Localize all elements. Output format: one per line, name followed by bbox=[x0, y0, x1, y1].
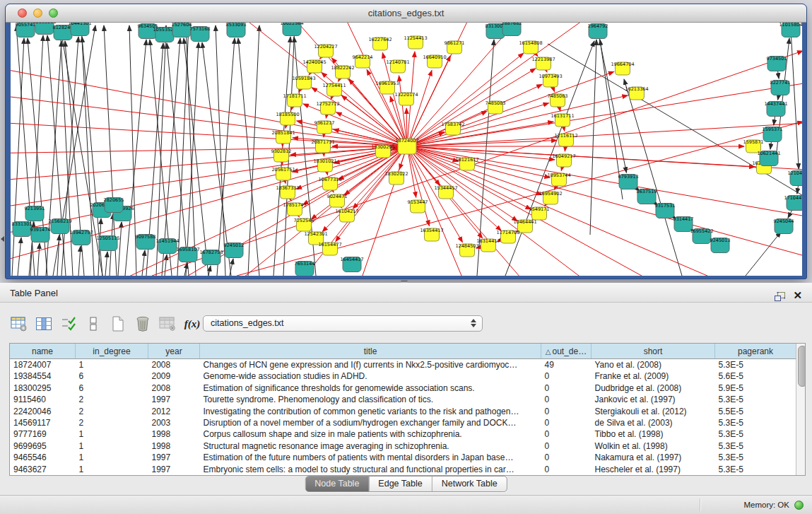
table-row[interactable]: 1938455462009Genome-wide association stu… bbox=[10, 370, 796, 382]
graph-node[interactable]: 9055741 bbox=[16, 23, 36, 37]
network-canvas[interactable]: 9055741105352618128246104413019634505105… bbox=[11, 23, 802, 276]
table-row[interactable]: 1872400712008Changes of HCN gene express… bbox=[10, 359, 796, 371]
row-height-icon[interactable] bbox=[85, 315, 102, 332]
table-scrollbar[interactable] bbox=[796, 344, 806, 475]
graph-node[interactable]: 1964792 bbox=[588, 23, 608, 39]
memory-status-icon[interactable] bbox=[794, 501, 804, 510]
graph-node[interactable]: 12752712 bbox=[316, 101, 339, 115]
graph-node[interactable]: 16454417 bbox=[340, 257, 363, 272]
graph-node[interactable]: 7653144 bbox=[295, 261, 315, 276]
splitter-handle[interactable] bbox=[401, 280, 408, 282]
graph-node[interactable]: 9024471 bbox=[327, 194, 348, 207]
graph-node[interactable]: 16954902 bbox=[539, 191, 562, 204]
function-builder-icon[interactable]: f(x) bbox=[184, 315, 201, 332]
graph-node[interactable]: 7485063 bbox=[548, 93, 568, 107]
scrollbar-thumb[interactable] bbox=[798, 346, 806, 387]
minimize-button[interactable] bbox=[33, 8, 42, 18]
graph-node[interactable]: 9642214 bbox=[353, 54, 373, 68]
table-row[interactable]: 946554611997Estimation of the future num… bbox=[10, 452, 796, 463]
graph-node[interactable]: 20851841 bbox=[271, 130, 295, 144]
graph-node[interactable]: 9097588 bbox=[136, 234, 156, 250]
graph-node[interactable]: 9549171 bbox=[529, 206, 550, 220]
graph-node[interactable]: 9153447 bbox=[408, 199, 428, 213]
graph-node[interactable]: 9734501 bbox=[767, 56, 787, 71]
graph-node[interactable]: 18724007 bbox=[395, 138, 418, 154]
graph-node[interactable]: 9861271 bbox=[445, 40, 465, 54]
graph-node[interactable]: 18301021 bbox=[313, 158, 336, 172]
table-select-dropdown[interactable]: citations_edges.txt bbox=[203, 315, 483, 332]
table-row[interactable]: 1830029562008Estimation of significance … bbox=[10, 382, 796, 394]
graph-node[interactable]: 12116112 bbox=[554, 133, 577, 146]
graph-node[interactable]: 2887682 bbox=[502, 23, 522, 36]
graph-node[interactable]: 20871731 bbox=[311, 139, 334, 153]
graph-node[interactable]: 13942757 bbox=[69, 230, 93, 245]
graph-node[interactable]: 16154477 bbox=[318, 242, 341, 255]
graph-node[interactable]: 10022564 bbox=[280, 23, 303, 36]
tab-node-table[interactable]: Node Table bbox=[305, 477, 369, 491]
graph-node[interactable]: 8533093 bbox=[226, 23, 247, 37]
graph-node[interactable]: 10441301 bbox=[68, 23, 91, 36]
column-header-name[interactable]: name bbox=[10, 344, 76, 359]
table-options-icon[interactable] bbox=[11, 315, 28, 332]
graph-node[interactable]: 9361217 bbox=[314, 120, 335, 134]
column-header-out_de[interactable]: △out_de… bbox=[541, 344, 592, 359]
delete-icon[interactable] bbox=[134, 315, 151, 332]
graph-node[interactable]: 11015804 bbox=[779, 23, 802, 37]
table-row[interactable]: 2242004622012Investigating the contribut… bbox=[10, 406, 796, 417]
graph-node[interactable]: 2820655 bbox=[104, 197, 124, 213]
graph-node[interactable]: 11254413 bbox=[404, 35, 427, 49]
graph-node[interactable]: 7252546 bbox=[294, 218, 314, 231]
graph-node[interactable]: 12754411 bbox=[322, 83, 346, 96]
graph-node[interactable]: 9245012 bbox=[224, 243, 245, 258]
graph-node[interactable]: 19664704 bbox=[611, 62, 634, 75]
graph-node[interactable]: 1595371 bbox=[763, 127, 783, 142]
graph-node[interactable]: 12484503 bbox=[455, 243, 478, 257]
graph-node[interactable]: 16354417 bbox=[420, 228, 443, 241]
graph-node[interactable]: 14240045 bbox=[302, 59, 326, 73]
float-window-icon[interactable] bbox=[775, 288, 785, 297]
column-header-year[interactable]: year bbox=[148, 344, 200, 359]
graph-node[interactable]: 7573168 bbox=[190, 26, 211, 42]
column-header-pagerank[interactable]: pagerank bbox=[715, 344, 796, 359]
table-row[interactable]: 969969511998Structural magnetic resonanc… bbox=[10, 440, 796, 452]
column-header-short[interactable]: short bbox=[592, 344, 715, 359]
graph-node[interactable]: 18953744 bbox=[547, 173, 570, 186]
close-panel-icon[interactable]: ✕ bbox=[793, 286, 802, 305]
graph-node[interactable]: 21568219 bbox=[48, 218, 71, 234]
graph-node[interactable]: 9302812 bbox=[271, 148, 292, 162]
graph-node[interactable]: 9317531 bbox=[655, 203, 676, 218]
table-row[interactable]: 1456911722003Disruption of a novel membe… bbox=[10, 417, 796, 428]
graph-node[interactable]: 8637519 bbox=[637, 189, 657, 204]
graph-node[interactable]: 16213364 bbox=[625, 86, 648, 100]
graph-node[interactable]: 16782753 bbox=[199, 250, 223, 265]
graph-node[interactable]: 18302022 bbox=[384, 171, 408, 185]
graph-node[interactable]: 12213987 bbox=[531, 57, 555, 70]
graph-node[interactable]: 18822242 bbox=[331, 65, 354, 78]
import-table-icon[interactable] bbox=[159, 315, 176, 332]
graph-node[interactable]: 16131711 bbox=[551, 113, 574, 127]
graph-node[interactable]: 20561751 bbox=[271, 167, 295, 180]
graph-node[interactable]: 12140781 bbox=[386, 59, 409, 73]
graph-node[interactable]: 16049217 bbox=[552, 153, 575, 167]
graph-node[interactable]: 9245044 bbox=[774, 218, 794, 234]
new-document-icon[interactable] bbox=[110, 315, 126, 332]
graph-node[interactable]: 12505115 bbox=[96, 235, 119, 251]
graph-node[interactable]: 16640910 bbox=[423, 54, 446, 68]
column-header-title[interactable]: title bbox=[200, 344, 541, 359]
graph-node[interactable]: 10591843 bbox=[292, 76, 315, 89]
graph-node[interactable]: 9213951 bbox=[25, 206, 45, 221]
select-all-icon[interactable] bbox=[60, 315, 77, 332]
show-columns-icon[interactable] bbox=[35, 315, 52, 332]
graph-node[interactable]: 13220174 bbox=[394, 92, 418, 105]
tab-network-table[interactable]: Network Table bbox=[433, 477, 507, 491]
tab-edge-table[interactable]: Edge Table bbox=[369, 477, 432, 491]
graph-node[interactable]: 16958107 bbox=[176, 247, 199, 262]
graph-node[interactable]: 12204227 bbox=[314, 44, 337, 57]
graph-node[interactable]: 10621441 bbox=[757, 151, 780, 166]
graph-node[interactable]: 18185500 bbox=[276, 112, 299, 125]
control-panel-collapse-arrow[interactable] bbox=[1, 236, 4, 242]
graph-node[interactable]: 16227642 bbox=[368, 37, 392, 50]
graph-node[interactable]: 9391474 bbox=[30, 227, 51, 243]
graph-node[interactable]: 14437441 bbox=[764, 101, 787, 117]
graph-node[interactable]: 1527604 bbox=[172, 23, 192, 37]
